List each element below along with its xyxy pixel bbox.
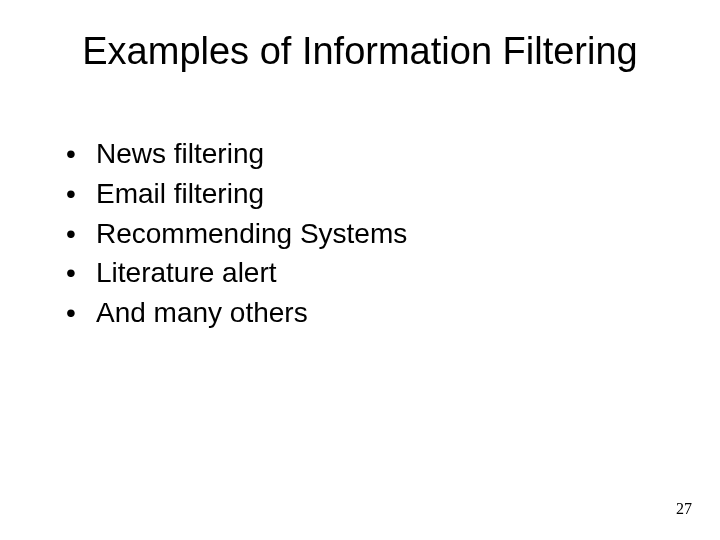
list-item-label: Recommending Systems [96,215,407,253]
list-item: • Email filtering [60,175,660,213]
list-item-label: Email filtering [96,175,264,213]
list-item-label: News filtering [96,135,264,173]
list-item-label: Literature alert [96,254,277,292]
list-item: • Literature alert [60,254,660,292]
bullet-icon: • [60,135,96,173]
bullet-icon: • [60,215,96,253]
slide-title: Examples of Information Filtering [0,30,720,73]
list-item-label: And many others [96,294,308,332]
page-number: 27 [676,500,692,518]
list-item: • And many others [60,294,660,332]
bullet-list: • News filtering • Email filtering • Rec… [60,135,660,334]
bullet-icon: • [60,294,96,332]
bullet-icon: • [60,175,96,213]
list-item: • News filtering [60,135,660,173]
list-item: • Recommending Systems [60,215,660,253]
bullet-icon: • [60,254,96,292]
slide: Examples of Information Filtering • News… [0,0,720,540]
